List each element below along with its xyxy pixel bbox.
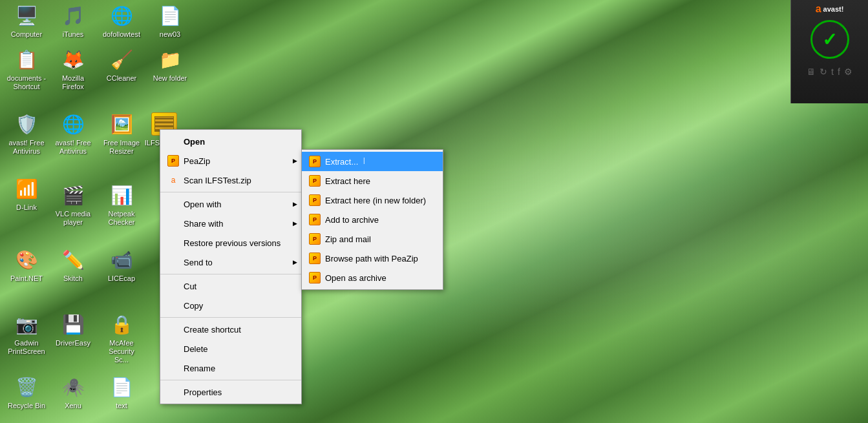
- desktop-icon-ccleaner[interactable]: 🧹 CCleaner: [98, 44, 145, 85]
- copy-icon: [167, 299, 180, 312]
- context-menu-delete[interactable]: Delete: [160, 339, 301, 358]
- submenu-zip-mail[interactable]: P Zip and mail: [302, 229, 443, 249]
- desktop-icon-new03[interactable]: 📄 new03: [147, 0, 193, 41]
- desktop-icon-image-resizer[interactable]: 🖼️ Free Image Resizer: [98, 108, 145, 158]
- refresh-icon[interactable]: ↻: [820, 67, 827, 77]
- desktop-icon-vlc[interactable]: 🎬 VLC media player: [50, 180, 96, 229]
- desktop-icon-firefox[interactable]: 🦊 Mozilla Firefox: [50, 44, 96, 94]
- licecap-label: LICEcap: [108, 274, 135, 283]
- submenu-open-archive[interactable]: P Open as archive: [302, 268, 443, 287]
- monitor-icon[interactable]: 🖥: [807, 67, 816, 77]
- mcafee-icon: 🔒: [109, 311, 134, 337]
- context-menu-cut[interactable]: Cut: [160, 276, 301, 296]
- share-with-icon: [167, 217, 180, 230]
- restore-icon: [167, 236, 180, 249]
- context-menu-scan[interactable]: a Scan ILFSTest.zip: [160, 170, 301, 190]
- netpeak-label: Netpeak Checker: [101, 210, 142, 227]
- cut-label: Cut: [184, 282, 288, 291]
- netpeak-icon: 📊: [109, 182, 134, 208]
- desktop-icon-avast[interactable]: 🛡️ avast! Free Antivirus: [3, 108, 50, 158]
- zip-mail-icon: P: [308, 232, 321, 245]
- desktop-icon-paintnet[interactable]: 🎨 Paint.NET: [3, 244, 50, 285]
- desktop: 🖥️ Computer 🎵 iTunes 🌐 dofollowtest 📄 ne…: [0, 0, 868, 423]
- skitch-label: Skitch: [63, 274, 83, 283]
- submenu-extract[interactable]: P Extract... |: [302, 152, 443, 171]
- desktop-icon-skitch[interactable]: ✏️ Skitch: [50, 244, 96, 285]
- context-menu-send-to[interactable]: Send to: [160, 253, 301, 272]
- browse-path-icon: P: [308, 252, 321, 265]
- extract-here-label: Extract here: [325, 176, 430, 186]
- desktop-icon-new-folder[interactable]: 📁 New folder: [147, 44, 193, 85]
- zip-mail-label: Zip and mail: [325, 234, 430, 244]
- desktop-icon-gadwin[interactable]: 📷 Gadwin PrintScreen: [3, 309, 50, 358]
- desktop-icon-text[interactable]: 📄 text: [98, 371, 145, 413]
- submenu-extract-new-folder[interactable]: P Extract here (in new folder): [302, 191, 443, 210]
- open-with-label: Open with: [184, 200, 288, 209]
- desktop-icon-computer[interactable]: 🖥️ Computer: [3, 0, 50, 41]
- context-menu-create-shortcut[interactable]: Create shortcut: [160, 320, 301, 339]
- context-menu-copy[interactable]: Copy: [160, 296, 301, 315]
- avast-panel: a avast! ✓ 🖥 ↻ t f ⚙: [790, 0, 868, 103]
- paintnet-icon: 🎨: [14, 247, 39, 273]
- submenu-add-to-archive[interactable]: P Add to archive: [302, 210, 443, 229]
- desktop-icon-chrome[interactable]: 🌐 avast! Free Antivirus: [50, 108, 96, 158]
- gadwin-label: Gadwin PrintScreen: [6, 339, 47, 356]
- recycle-bin-label: Recycle Bin: [8, 402, 45, 410]
- context-menu: Open P PeaZip P Extract... | P: [160, 129, 302, 404]
- chrome-icon: 🌐: [60, 111, 86, 137]
- extract-new-folder-icon: P: [308, 194, 321, 207]
- skitch-icon: ✏️: [60, 247, 86, 273]
- desktop-icon-itunes[interactable]: 🎵 iTunes: [50, 0, 96, 41]
- firefox-icon: 🦊: [60, 46, 86, 72]
- context-menu-rename[interactable]: Rename: [160, 358, 301, 378]
- separator-1: [160, 192, 301, 192]
- desktop-icon-licecap[interactable]: 📹 LICEcap: [98, 244, 145, 285]
- dlink-label: D-Link: [16, 203, 37, 212]
- desktop-icon-drivereasy[interactable]: 💾 DriverEasy: [50, 309, 96, 350]
- ccleaner-label: CCleaner: [107, 74, 136, 83]
- context-menu-peazip[interactable]: P PeaZip P Extract... | P Extract here: [160, 151, 301, 170]
- vlc-label: VLC media player: [52, 210, 94, 227]
- add-archive-icon: P: [308, 213, 321, 226]
- submenu-browse-path[interactable]: P Browse path with PeaZip: [302, 249, 443, 268]
- context-menu-open-with[interactable]: Open with: [160, 194, 301, 214]
- avast-icon: 🛡️: [14, 111, 39, 137]
- rename-label: Rename: [184, 364, 288, 373]
- desktop-icon-mcafee[interactable]: 🔒 McAfee Security Sc...: [98, 309, 145, 367]
- extract-label: Extract...: [325, 157, 430, 167]
- copy-label: Copy: [184, 301, 288, 311]
- scan-icon: a: [167, 174, 180, 187]
- context-menu-share-with[interactable]: Share with: [160, 214, 301, 233]
- cut-icon: [167, 280, 180, 293]
- peazip-submenu: P Extract... | P Extract here P Extract …: [301, 149, 443, 290]
- desktop-icon-dofollowtest[interactable]: 🌐 dofollowtest: [98, 0, 145, 41]
- itunes-label: iTunes: [63, 30, 84, 39]
- separator-2: [160, 274, 301, 274]
- avast-title: avast!: [823, 5, 844, 13]
- create-shortcut-label: Create shortcut: [184, 325, 288, 335]
- cursor-indicator: |: [363, 157, 365, 164]
- twitter-icon[interactable]: t: [831, 67, 834, 77]
- desktop-icon-netpeak[interactable]: 📊 Netpeak Checker: [98, 180, 145, 229]
- context-menu-restore[interactable]: Restore previous versions: [160, 233, 301, 253]
- peazip-label: PeaZip: [184, 156, 288, 166]
- extract-icon: P: [308, 155, 321, 168]
- properties-label: Properties: [184, 387, 288, 397]
- rename-icon: [167, 362, 180, 375]
- context-menu-properties[interactable]: Properties: [160, 382, 301, 402]
- desktop-icon-xenu[interactable]: 🕷️ Xenu: [50, 371, 96, 413]
- context-menu-open[interactable]: Open: [160, 132, 301, 151]
- open-archive-label: Open as archive: [325, 273, 430, 283]
- documents-icon: 📋: [14, 46, 39, 72]
- open-label: Open: [184, 137, 288, 147]
- settings-icon[interactable]: ⚙: [844, 67, 852, 77]
- desktop-icon-documents[interactable]: 📋 documents - Shortcut: [3, 44, 50, 94]
- drivereasy-label: DriverEasy: [56, 339, 90, 347]
- desktop-icon-dlink[interactable]: 📶 D-Link: [3, 173, 50, 214]
- send-to-label: Send to: [184, 258, 288, 267]
- submenu-extract-here[interactable]: P Extract here: [302, 171, 443, 191]
- desktop-icon-recycle-bin[interactable]: 🗑️ Recycle Bin: [3, 371, 50, 413]
- separator-3: [160, 317, 301, 318]
- properties-icon: [167, 386, 180, 398]
- facebook-icon[interactable]: f: [838, 67, 840, 77]
